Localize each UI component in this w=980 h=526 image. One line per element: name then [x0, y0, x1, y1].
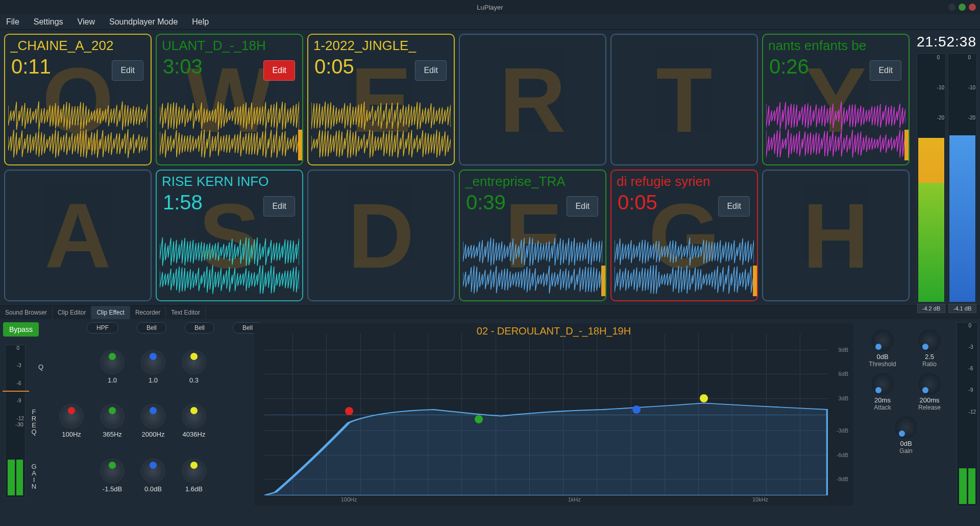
- meter-fill: [949, 135, 975, 302]
- output-meter-box[interactable]: 0-3-6-9-12: [957, 322, 978, 507]
- freq-knob-2[interactable]: [100, 404, 125, 428]
- pad-time: 3:03: [163, 55, 203, 78]
- gain-knob-4[interactable]: [182, 459, 206, 483]
- eq-point-4[interactable]: [700, 394, 708, 402]
- edit-button[interactable]: Edit: [567, 196, 598, 217]
- tab-clip-editor[interactable]: Clip Editor: [53, 306, 91, 319]
- cue-marker: [753, 266, 757, 296]
- filter-type-2[interactable]: Bell: [137, 322, 166, 333]
- tab-recorder[interactable]: Recorder: [130, 306, 166, 319]
- close-icon[interactable]: [969, 4, 976, 11]
- pad-e[interactable]: E1-2022_JINGLE_0:05Edit: [307, 34, 455, 165]
- menu-file[interactable]: File: [6, 17, 19, 27]
- pad-title: _CHAINE_A_202: [10, 38, 145, 54]
- compressor-knobs: 0dBThreshold 2.5Ratio 20msAttack 200msRe…: [857, 319, 954, 510]
- filter-type-3[interactable]: Bell: [185, 322, 214, 333]
- minimize-icon[interactable]: [948, 4, 955, 11]
- titlebar: LuPlayer: [0, 0, 980, 14]
- waveform: [766, 99, 905, 160]
- pad-time: 1:58: [163, 191, 203, 214]
- tab-clip-effect[interactable]: Clip Effect: [91, 306, 130, 319]
- pad-key-letter: D: [348, 183, 414, 289]
- release-knob[interactable]: [918, 373, 941, 395]
- waveform: [160, 99, 299, 160]
- waveform: [463, 235, 602, 296]
- meter-db-right: -4.1 dB: [948, 304, 976, 313]
- edit-button[interactable]: Edit: [870, 60, 901, 81]
- clock: 21:52:38: [917, 33, 977, 53]
- freq-knob-3[interactable]: [141, 404, 165, 428]
- freq-knob-1[interactable]: [59, 404, 84, 428]
- pad-key-letter: H: [803, 183, 869, 289]
- pad-g[interactable]: Gdi refugie syrien0:05Edit: [610, 170, 758, 301]
- q-knob-4[interactable]: [182, 350, 206, 374]
- q-knob-3[interactable]: [141, 350, 165, 374]
- freq-knob-4[interactable]: [182, 404, 206, 428]
- pad-f[interactable]: F_entreprise_TRA0:39Edit: [459, 170, 606, 301]
- attack-knob[interactable]: [871, 373, 894, 395]
- pad-y[interactable]: Ynants enfants be0:26Edit: [762, 34, 910, 165]
- maximize-icon[interactable]: [959, 4, 966, 11]
- level-meters: 0-10-20-30-40-50-60-70-80 -4.2 dB 0-10-2…: [917, 53, 977, 302]
- bottom-panel: Sound BrowserClip EditorClip EffectRecor…: [0, 305, 980, 510]
- pad-title: di refugie syrien: [617, 174, 752, 189]
- edit-button[interactable]: Edit: [263, 60, 295, 81]
- eq-point-1[interactable]: [345, 407, 353, 415]
- filter-type-1[interactable]: HPF: [87, 322, 118, 333]
- q-knob-2[interactable]: [100, 350, 125, 374]
- pad-w[interactable]: WULANT_D_-_18H3:03Edit: [156, 34, 303, 165]
- pad-t[interactable]: T: [610, 34, 758, 165]
- output-meter: 0-3-6-9-12: [954, 319, 980, 510]
- filter-type-labels: HPFBellBellBell: [87, 322, 262, 333]
- pad-d[interactable]: D: [307, 170, 455, 301]
- menu-help[interactable]: Help: [192, 17, 209, 27]
- waveform: [311, 99, 451, 160]
- eq-graph[interactable]: 02 - DEROULANT_D_-_18H_19H 9dB6dB3dB-3dB…: [254, 323, 853, 506]
- pad-key-letter: R: [500, 47, 566, 153]
- pad-r[interactable]: R: [459, 34, 606, 165]
- out-bars: [959, 468, 975, 504]
- eq-point-3[interactable]: [632, 405, 641, 414]
- waveform: [160, 235, 299, 296]
- eq-point-2[interactable]: [475, 415, 483, 423]
- trim-bars: [8, 460, 23, 495]
- edit-button[interactable]: Edit: [718, 196, 750, 217]
- main-area: Q_CHAINE_A_2020:11EditWULANT_D_-_18H3:03…: [0, 30, 980, 305]
- cue-marker: [298, 130, 302, 160]
- pads-grid: Q_CHAINE_A_2020:11EditWULANT_D_-_18H3:03…: [0, 30, 914, 305]
- edit-button[interactable]: Edit: [415, 60, 447, 81]
- edit-button[interactable]: Edit: [112, 60, 143, 81]
- threshold-knob[interactable]: [871, 329, 894, 352]
- tab-sound-browser[interactable]: Sound Browser: [0, 306, 53, 319]
- pad-key-letter: T: [656, 47, 713, 153]
- pad-a[interactable]: A: [4, 170, 152, 301]
- pad-q[interactable]: Q_CHAINE_A_2020:11Edit: [4, 34, 152, 165]
- edit-button[interactable]: Edit: [263, 196, 295, 217]
- menu-view[interactable]: View: [78, 17, 95, 27]
- ratio-knob[interactable]: [918, 329, 941, 352]
- window-controls: [948, 4, 976, 11]
- trim-value: -30: [15, 421, 23, 427]
- gain-knob-3[interactable]: [141, 459, 165, 483]
- tab-text-editor[interactable]: Text Editor: [166, 306, 206, 319]
- trim-ticks: 0-3-6-9-12: [17, 345, 24, 421]
- gain-knob-2[interactable]: [100, 459, 125, 483]
- pad-title: ULANT_D_-_18H: [162, 38, 297, 54]
- row-label-q: Q: [31, 364, 51, 370]
- pad-time: 0:26: [769, 55, 809, 78]
- makeup-gain-knob[interactable]: [895, 416, 917, 439]
- trim-marker: [3, 391, 29, 392]
- right-meters: 21:52:38 0-10-20-30-40-50-60-70-80 -4.2 …: [914, 30, 980, 305]
- clip-effect-panel: Bypass HPFBellBellBell 0-3-6-9-12 -30 Q …: [0, 319, 980, 510]
- knob-grid: 0-3-6-9-12 -30 Q 1.0 1.0 0.3 FREQ 100Hz …: [5, 340, 245, 503]
- pad-s[interactable]: SRISE KERN INFO1:58Edit: [156, 170, 303, 301]
- trim-meter[interactable]: 0-3-6-9-12 -30: [5, 345, 26, 498]
- pad-time: 0:11: [11, 55, 51, 78]
- meter-fill-low: [918, 183, 944, 302]
- row-label-freq: FREQ: [31, 408, 51, 435]
- pad-title: 1-2022_JINGLE_: [313, 38, 449, 54]
- pad-h[interactable]: H: [762, 170, 910, 301]
- menu-soundplayer-mode[interactable]: Soundplayer Mode: [109, 17, 178, 27]
- meter-left: 0-10-20-30-40-50-60-70-80 -4.2 dB: [917, 53, 946, 302]
- menu-settings[interactable]: Settings: [34, 17, 63, 27]
